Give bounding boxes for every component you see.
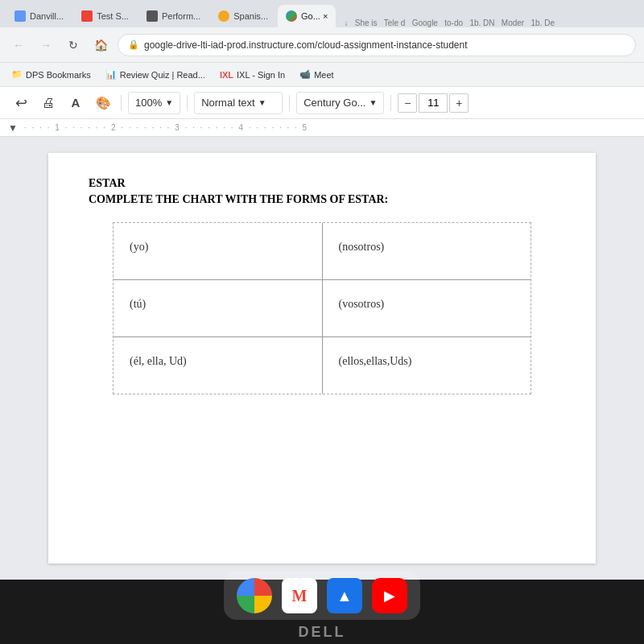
font-size-decrease-button[interactable]: − (398, 93, 417, 113)
dock-drive-icon[interactable]: ▲ (327, 578, 362, 613)
tab-spanis[interactable]: Spanis... (210, 5, 276, 27)
tab-perform[interactable]: Perform... (138, 5, 208, 27)
toolbar-sep-2 (187, 95, 188, 111)
tab-label-perform: Perform... (162, 11, 200, 21)
ruler: ▼ · · · · 1 · · · · · · 2 · · · · · · · … (0, 119, 644, 137)
docs-toolbar: ↩ 🖨 A 🎨 100% ▼ Normal text ▼ Century Go.… (0, 87, 644, 119)
tab-danville[interactable]: Danvill... (6, 5, 72, 27)
chart-cell-vosotros[interactable]: (vosotros) (323, 280, 531, 336)
bookmark-meet[interactable]: 📹 Meet (296, 68, 336, 81)
text-style-dropdown[interactable]: Normal text ▼ (194, 92, 283, 114)
dock-youtube-icon[interactable]: ▶ (372, 578, 407, 613)
chart-cell-el-ella[interactable]: (él, ella, Ud) (114, 337, 323, 394)
toolbar-sep-1 (121, 95, 122, 111)
bookmark-dps-label: DPS Bookmarks (26, 70, 91, 80)
print-button[interactable]: 🖨 (37, 92, 60, 114)
undo-button[interactable]: ↩ (10, 92, 32, 114)
tab-favicon-google (286, 10, 297, 22)
tab-favicon-tests (81, 10, 93, 22)
dock: M ▲ ▶ (224, 572, 420, 620)
doc-title: ESTAR (89, 177, 555, 190)
text-style-value: Normal text (201, 97, 254, 109)
bookmark-ixl[interactable]: IXL IXL - Sign In (217, 68, 288, 81)
bookmarks-bar: 📁 DPS Bookmarks 📊 Review Quiz | Read... … (0, 63, 644, 87)
ruler-indent-arrow: ▼ (8, 122, 18, 134)
chart-row-3: (él, ella, Ud) (ellos,ellas,Uds) (114, 337, 530, 394)
toolbar-sep-4 (390, 95, 391, 111)
zoom-dropdown[interactable]: 100% ▼ (128, 92, 180, 114)
chart-row-2: (tú) (vosotros) (114, 280, 530, 337)
ruler-marks: · · · · 1 · · · · · · 2 · · · · · · · 3 … (24, 123, 308, 132)
chart-cell-el-ella-label: (él, ella, Ud) (130, 355, 187, 368)
forward-button[interactable]: → (35, 35, 56, 56)
bookmark-review[interactable]: 📊 Review Quiz | Read... (102, 68, 208, 81)
zoom-arrow-icon: ▼ (165, 98, 173, 107)
chart-cell-tu-label: (tú) (130, 298, 146, 311)
tab-tests[interactable]: Test S... (73, 5, 137, 27)
zoom-value: 100% (135, 97, 162, 109)
dock-chrome-icon[interactable] (237, 578, 272, 613)
bookmark-dps[interactable]: 📁 DPS Bookmarks (8, 68, 94, 81)
font-arrow-icon: ▼ (369, 98, 377, 107)
browser-window: Danvill... Test S... Perform... Spanis..… (0, 0, 644, 580)
taskbar-area: M ▲ ▶ DELL (0, 580, 644, 644)
bookmark-review-icon: 📊 (105, 69, 117, 80)
font-size-value: 11 (419, 93, 448, 113)
doc-content: ESTAR COMPLETE THE CHART WITH THE FORMS … (0, 137, 644, 580)
tab-label-spanis: Spanis... (233, 11, 268, 21)
bookmark-review-label: Review Quiz | Read... (120, 70, 205, 80)
chart-cell-yo-label: (yo) (130, 241, 148, 254)
more-tabs-overflow: ↓ She is Tele d Google to-do 1b. DN Mode… (341, 19, 558, 27)
tab-favicon-danville (14, 10, 26, 22)
chart-cell-nosotros[interactable]: (nosotros) (323, 223, 531, 279)
estar-chart: (yo) (nosotros) (tú) (vosotros) (113, 222, 531, 394)
doc-page: ESTAR COMPLETE THE CHART WITH THE FORMS … (48, 153, 596, 564)
address-bar-row: ← → ↻ 🏠 🔒 google-drive-lti-iad-prod.inst… (0, 27, 644, 63)
bookmark-ixl-icon: IXL (220, 70, 233, 80)
back-button[interactable]: ← (8, 35, 29, 56)
font-value: Century Go... (303, 97, 365, 109)
tab-label-tests: Test S... (97, 11, 129, 21)
chart-cell-ellos-label: (ellos,ellas,Uds) (339, 355, 412, 368)
home-button[interactable]: 🏠 (90, 35, 111, 56)
chart-cell-yo[interactable]: (yo) (114, 223, 323, 279)
address-bar[interactable]: 🔒 google-drive-lti-iad-prod.instructure.… (118, 34, 636, 56)
bookmark-meet-label: Meet (314, 70, 333, 80)
gmail-letter: M (292, 587, 308, 605)
bookmark-dps-icon: 📁 (11, 69, 23, 80)
doc-subtitle: COMPLETE THE CHART WITH THE FORMS OF EST… (89, 193, 555, 206)
chart-cell-vosotros-label: (vosotros) (339, 298, 385, 311)
address-text: google-drive-lti-iad-prod.instructure.co… (144, 39, 468, 51)
chart-cell-tu[interactable]: (tú) (114, 280, 323, 336)
chart-cell-ellos[interactable]: (ellos,ellas,Uds) (323, 337, 531, 394)
font-size-increase-button[interactable]: + (449, 93, 469, 113)
bookmark-meet-icon: 📹 (299, 69, 311, 80)
tab-label-google: Go... × (301, 11, 328, 21)
lock-icon: 🔒 (128, 39, 139, 50)
font-size-controls: − 11 + (398, 93, 469, 113)
tab-favicon-perform (147, 10, 158, 22)
font-dropdown[interactable]: Century Go... ▼ (296, 92, 384, 114)
dell-logo: DELL (299, 624, 346, 641)
tab-google-active[interactable]: Go... × (278, 5, 336, 27)
tab-label-danville: Danvill... (30, 11, 64, 21)
spellcheck-button[interactable]: A (64, 92, 87, 114)
refresh-button[interactable]: ↻ (63, 35, 84, 56)
toolbar-sep-3 (289, 95, 290, 111)
paint-format-button[interactable]: 🎨 (92, 92, 114, 114)
tab-favicon-spanis (218, 10, 229, 22)
chart-row-1: (yo) (nosotros) (114, 223, 530, 280)
text-style-arrow-icon: ▼ (258, 98, 266, 107)
tab-bar: Danvill... Test S... Perform... Spanis..… (0, 0, 644, 27)
chart-cell-nosotros-label: (nosotros) (339, 241, 385, 254)
youtube-play-icon: ▶ (384, 587, 395, 605)
drive-letter: ▲ (336, 587, 353, 605)
dock-gmail-icon[interactable]: M (282, 578, 317, 613)
bookmark-ixl-label: IXL - Sign In (237, 70, 285, 80)
